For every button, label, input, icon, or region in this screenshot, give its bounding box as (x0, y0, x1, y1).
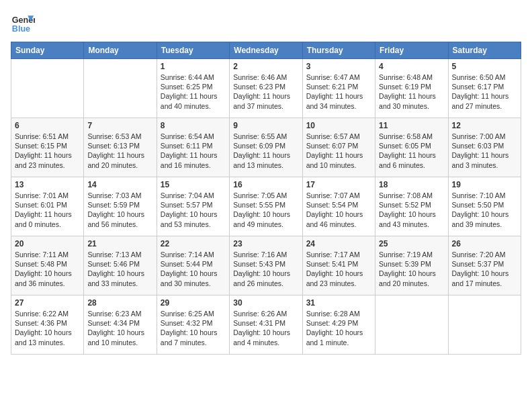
day-number: 19 (452, 180, 517, 189)
calendar-week: 13Sunrise: 7:01 AM Sunset: 6:01 PM Dayli… (11, 177, 521, 236)
weekday-header: Thursday (302, 42, 375, 59)
day-number: 14 (87, 180, 152, 189)
day-number: 31 (306, 298, 371, 308)
day-info: Sunrise: 6:54 AM Sunset: 6:11 PM Dayligh… (161, 132, 226, 170)
day-info: Sunrise: 6:53 AM Sunset: 6:13 PM Dayligh… (87, 132, 152, 170)
day-number: 21 (87, 239, 152, 248)
weekday-header: Monday (84, 42, 157, 59)
day-info: Sunrise: 7:14 AM Sunset: 5:44 PM Dayligh… (161, 250, 226, 288)
calendar-cell (11, 59, 84, 118)
calendar-cell: 12Sunrise: 7:00 AM Sunset: 6:03 PM Dayli… (448, 118, 521, 177)
day-number: 4 (379, 62, 444, 71)
day-info: Sunrise: 6:22 AM Sunset: 4:36 PM Dayligh… (15, 309, 80, 347)
day-info: Sunrise: 7:17 AM Sunset: 5:41 PM Dayligh… (306, 250, 371, 288)
day-info: Sunrise: 6:57 AM Sunset: 6:07 PM Dayligh… (306, 132, 371, 170)
day-info: Sunrise: 6:55 AM Sunset: 6:09 PM Dayligh… (233, 132, 298, 170)
calendar-cell: 19Sunrise: 7:10 AM Sunset: 5:50 PM Dayli… (448, 177, 521, 236)
day-number: 7 (87, 121, 152, 130)
day-number: 25 (379, 239, 444, 248)
calendar-cell: 7Sunrise: 6:53 AM Sunset: 6:13 PM Daylig… (84, 118, 157, 177)
weekday-header: Sunday (11, 42, 84, 59)
calendar-cell: 28Sunrise: 6:23 AM Sunset: 4:34 PM Dayli… (84, 295, 157, 355)
day-number: 23 (233, 239, 298, 248)
calendar-week: 27Sunrise: 6:22 AM Sunset: 4:36 PM Dayli… (11, 295, 521, 355)
logo: General Blue (11, 11, 35, 35)
calendar-cell: 2Sunrise: 6:46 AM Sunset: 6:23 PM Daylig… (230, 59, 302, 118)
day-info: Sunrise: 7:05 AM Sunset: 5:55 PM Dayligh… (233, 191, 298, 229)
day-number: 20 (15, 239, 80, 248)
day-info: Sunrise: 7:19 AM Sunset: 5:39 PM Dayligh… (379, 250, 444, 288)
day-number: 9 (233, 121, 298, 130)
day-number: 24 (306, 239, 371, 248)
day-info: Sunrise: 6:26 AM Sunset: 4:31 PM Dayligh… (233, 309, 298, 347)
calendar-cell: 10Sunrise: 6:57 AM Sunset: 6:07 PM Dayli… (302, 118, 375, 177)
day-number: 27 (15, 298, 80, 308)
calendar-cell: 1Sunrise: 6:44 AM Sunset: 6:25 PM Daylig… (157, 59, 229, 118)
calendar-cell: 25Sunrise: 7:19 AM Sunset: 5:39 PM Dayli… (375, 236, 448, 295)
calendar-cell: 6Sunrise: 6:51 AM Sunset: 6:15 PM Daylig… (11, 118, 84, 177)
day-number: 13 (15, 180, 80, 189)
day-number: 1 (161, 62, 226, 71)
day-info: Sunrise: 6:46 AM Sunset: 6:23 PM Dayligh… (233, 73, 298, 111)
day-info: Sunrise: 7:03 AM Sunset: 5:59 PM Dayligh… (87, 191, 152, 229)
day-info: Sunrise: 6:28 AM Sunset: 4:29 PM Dayligh… (306, 309, 371, 347)
calendar-week: 1Sunrise: 6:44 AM Sunset: 6:25 PM Daylig… (11, 59, 521, 118)
calendar-cell: 16Sunrise: 7:05 AM Sunset: 5:55 PM Dayli… (230, 177, 302, 236)
calendar-cell: 21Sunrise: 7:13 AM Sunset: 5:46 PM Dayli… (84, 236, 157, 295)
day-info: Sunrise: 7:13 AM Sunset: 5:46 PM Dayligh… (87, 250, 152, 288)
day-number: 12 (452, 121, 517, 130)
weekday-header: Wednesday (230, 42, 302, 59)
calendar-cell: 22Sunrise: 7:14 AM Sunset: 5:44 PM Dayli… (157, 236, 229, 295)
calendar-cell: 23Sunrise: 7:16 AM Sunset: 5:43 PM Dayli… (230, 236, 302, 295)
page-header: General Blue (11, 11, 521, 35)
calendar-cell (84, 59, 157, 118)
day-number: 17 (306, 180, 371, 189)
calendar-cell: 15Sunrise: 7:04 AM Sunset: 5:57 PM Dayli… (157, 177, 229, 236)
day-info: Sunrise: 6:25 AM Sunset: 4:32 PM Dayligh… (161, 309, 226, 347)
svg-text:Blue: Blue (12, 24, 30, 34)
day-info: Sunrise: 6:50 AM Sunset: 6:17 PM Dayligh… (452, 73, 517, 111)
day-number: 16 (233, 180, 298, 189)
logo-icon: General Blue (11, 11, 35, 35)
calendar-cell (375, 295, 448, 355)
calendar-cell: 8Sunrise: 6:54 AM Sunset: 6:11 PM Daylig… (157, 118, 229, 177)
day-number: 6 (15, 121, 80, 130)
calendar-cell: 31Sunrise: 6:28 AM Sunset: 4:29 PM Dayli… (302, 295, 375, 355)
calendar-cell: 11Sunrise: 6:58 AM Sunset: 6:05 PM Dayli… (375, 118, 448, 177)
calendar-cell: 26Sunrise: 7:20 AM Sunset: 5:37 PM Dayli… (448, 236, 521, 295)
day-info: Sunrise: 7:11 AM Sunset: 5:48 PM Dayligh… (15, 250, 80, 288)
calendar-table: SundayMondayTuesdayWednesdayThursdayFrid… (11, 42, 521, 355)
calendar-cell: 20Sunrise: 7:11 AM Sunset: 5:48 PM Dayli… (11, 236, 84, 295)
calendar-cell: 5Sunrise: 6:50 AM Sunset: 6:17 PM Daylig… (448, 59, 521, 118)
calendar-header: SundayMondayTuesdayWednesdayThursdayFrid… (11, 42, 521, 59)
day-info: Sunrise: 7:10 AM Sunset: 5:50 PM Dayligh… (452, 191, 517, 229)
calendar-cell: 13Sunrise: 7:01 AM Sunset: 6:01 PM Dayli… (11, 177, 84, 236)
day-info: Sunrise: 6:23 AM Sunset: 4:34 PM Dayligh… (87, 309, 152, 347)
day-info: Sunrise: 7:08 AM Sunset: 5:52 PM Dayligh… (379, 191, 444, 229)
day-info: Sunrise: 6:58 AM Sunset: 6:05 PM Dayligh… (379, 132, 444, 170)
weekday-header: Saturday (448, 42, 521, 59)
day-number: 28 (87, 298, 152, 308)
calendar-week: 6Sunrise: 6:51 AM Sunset: 6:15 PM Daylig… (11, 118, 521, 177)
calendar-cell: 27Sunrise: 6:22 AM Sunset: 4:36 PM Dayli… (11, 295, 84, 355)
day-number: 2 (233, 62, 298, 71)
calendar-cell: 24Sunrise: 7:17 AM Sunset: 5:41 PM Dayli… (302, 236, 375, 295)
day-info: Sunrise: 6:44 AM Sunset: 6:25 PM Dayligh… (161, 73, 226, 111)
calendar-cell: 29Sunrise: 6:25 AM Sunset: 4:32 PM Dayli… (157, 295, 229, 355)
weekday-header: Tuesday (157, 42, 229, 59)
calendar-cell: 30Sunrise: 6:26 AM Sunset: 4:31 PM Dayli… (230, 295, 302, 355)
day-number: 26 (452, 239, 517, 248)
day-info: Sunrise: 7:20 AM Sunset: 5:37 PM Dayligh… (452, 250, 517, 288)
day-info: Sunrise: 6:48 AM Sunset: 6:19 PM Dayligh… (379, 73, 444, 111)
calendar-cell: 4Sunrise: 6:48 AM Sunset: 6:19 PM Daylig… (375, 59, 448, 118)
calendar-cell: 3Sunrise: 6:47 AM Sunset: 6:21 PM Daylig… (302, 59, 375, 118)
calendar-cell (448, 295, 521, 355)
day-number: 5 (452, 62, 517, 71)
calendar-week: 20Sunrise: 7:11 AM Sunset: 5:48 PM Dayli… (11, 236, 521, 295)
day-number: 29 (161, 298, 226, 308)
day-number: 10 (306, 121, 371, 130)
calendar-cell: 14Sunrise: 7:03 AM Sunset: 5:59 PM Dayli… (84, 177, 157, 236)
day-info: Sunrise: 7:16 AM Sunset: 5:43 PM Dayligh… (233, 250, 298, 288)
day-info: Sunrise: 6:47 AM Sunset: 6:21 PM Dayligh… (306, 73, 371, 111)
day-info: Sunrise: 7:04 AM Sunset: 5:57 PM Dayligh… (161, 191, 226, 229)
